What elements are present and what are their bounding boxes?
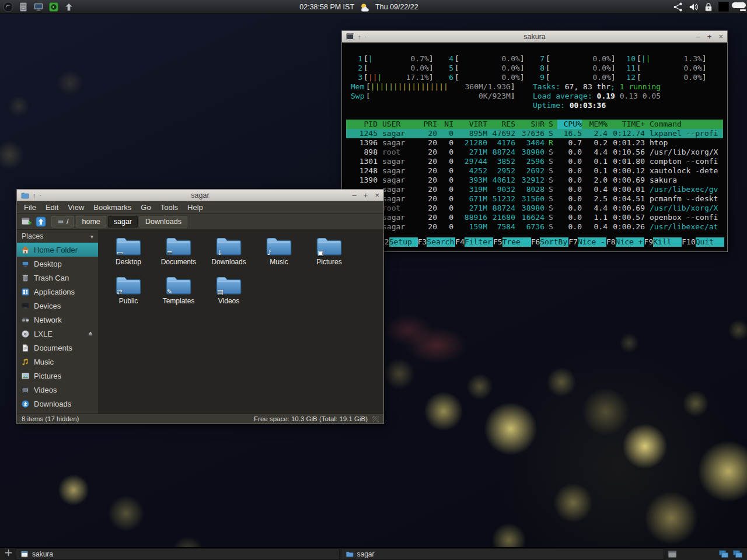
sidebar-item-documents[interactable]: Documents: [17, 341, 98, 355]
screens-icon[interactable]: [732, 549, 743, 559]
sidebar-item-downloads[interactable]: Downloads: [17, 397, 98, 411]
crumb-root[interactable]: /: [51, 216, 74, 228]
go-up-blue-icon[interactable]: [35, 216, 47, 228]
terminal-window[interactable]: ↑ · sakura – + × 1[|0.7%]4[0.0%]7[0.0%]1…: [341, 30, 728, 252]
process-row-898[interactable]: 898root200271M8872438980S0.04.40:10.56/u…: [346, 148, 723, 157]
screens-icon[interactable]: [718, 549, 729, 559]
weather-icon[interactable]: [359, 2, 371, 12]
column-header-virt[interactable]: VIRT: [453, 120, 487, 129]
eject-icon[interactable]: [87, 330, 94, 337]
folder-downloads[interactable]: ↓Downloads: [204, 235, 254, 274]
fkey-f3[interactable]: F3Search: [418, 237, 456, 247]
folder-music[interactable]: ♪Music: [254, 235, 304, 274]
close-button[interactable]: ×: [718, 33, 723, 40]
folder-documents[interactable]: ≡Documents: [153, 235, 204, 274]
desktop[interactable]: 02:38:58 PM IST Thu 09/22/22 ↑ · sakura …: [0, 0, 747, 560]
fkey-f8[interactable]: F8Nice +: [606, 237, 644, 247]
fkey-f10[interactable]: F10Quit: [682, 237, 724, 247]
resize-grip[interactable]: [372, 416, 379, 422]
new-tab-icon[interactable]: [20, 216, 32, 228]
process-row-1396[interactable]: 1396sagar2002128041763404R0.70.20:01.23h…: [346, 138, 723, 148]
window-menu-button[interactable]: ·: [40, 192, 42, 199]
crumb-home[interactable]: home: [76, 216, 106, 228]
file-cabinet-icon[interactable]: [18, 2, 29, 12]
process-row-1301[interactable]: 1301sagar2002974438522596S0.00.10:01.80c…: [346, 157, 723, 166]
column-header-command[interactable]: Command: [645, 120, 723, 129]
window-menu-button[interactable]: ·: [365, 33, 367, 40]
fkey-f2[interactable]: F2Setup: [380, 237, 418, 247]
up-arrow-icon[interactable]: [64, 2, 74, 12]
menu-file[interactable]: File: [19, 202, 41, 213]
process-row-1248[interactable]: 1248sagar200425229522692S0.00.10:00.12xa…: [346, 166, 723, 176]
sidebar-item-network[interactable]: Network: [17, 313, 98, 327]
folder-pictures[interactable]: ▣Pictures: [304, 235, 354, 274]
column-header-time[interactable]: TIME+: [608, 120, 645, 129]
task-button-sagar[interactable]: sagar: [341, 548, 665, 560]
menu-view[interactable]: View: [63, 202, 89, 213]
folder-templates[interactable]: ✎Templates: [153, 274, 204, 313]
folder-desktop[interactable]: ▭Desktop: [103, 235, 153, 274]
process-row-1390[interactable]: 1390sagar200393M4061232912S0.02.00:00.69…: [346, 176, 723, 185]
htop-terminal[interactable]: 1[|0.7%]4[0.0%]7[0.0%]10[||1.3%]2[0.0%]5…: [342, 43, 727, 251]
terminal-titlebar[interactable]: ↑ · sakura – + ×: [342, 31, 727, 43]
folder-videos[interactable]: ▤Videos: [204, 274, 254, 313]
close-button[interactable]: ×: [375, 191, 379, 199]
fkey-f6[interactable]: F6SortBy: [531, 237, 569, 247]
file-manager-window[interactable]: ↑ · sagar – + × FileEditViewBookmarksGoT…: [16, 189, 384, 424]
process-row[interactable]: sagar200671M5123231560S0.02.50:04.51pcma…: [346, 194, 723, 204]
sidebar-item-trash-can[interactable]: Trash Can: [17, 271, 98, 285]
network-share-icon[interactable]: [673, 2, 683, 12]
sidebar-item-videos[interactable]: Videos: [17, 383, 98, 397]
process-row[interactable]: root200271M8872438980S0.04.40:00.69/usr/…: [346, 204, 723, 213]
plus-icon[interactable]: [4, 548, 13, 557]
fkey-f5[interactable]: F5Tree: [493, 237, 531, 247]
process-row-1245[interactable]: 1245sagar200895M4769237636S16.52.40:12.7…: [346, 129, 723, 138]
process-row[interactable]: sagar200319M90328028S0.00.40:00.01/usr/l…: [346, 185, 723, 194]
column-header-user[interactable]: USER: [378, 120, 417, 129]
process-row[interactable]: sagar200159M75846736S0.00.40:00.26/usr/l…: [346, 222, 723, 232]
crumb-downloads[interactable]: Downloads: [139, 216, 187, 228]
menu-bookmarks[interactable]: Bookmarks: [89, 202, 136, 213]
display-icon[interactable]: [33, 2, 44, 12]
show-desktop-icon[interactable]: [734, 2, 744, 12]
minimize-button[interactable]: –: [696, 33, 700, 40]
column-header-res[interactable]: RES: [487, 120, 515, 129]
sidebar-item-home-folder[interactable]: Home Folder: [17, 243, 98, 257]
column-header-s[interactable]: S: [544, 120, 557, 129]
column-header-ni[interactable]: NI: [437, 120, 453, 129]
maximize-button[interactable]: +: [364, 191, 368, 199]
sidebar-item-pictures[interactable]: Pictures: [17, 369, 98, 383]
fkey-f4[interactable]: F4Filter: [455, 237, 493, 247]
crumb-sagar[interactable]: sagar: [108, 216, 138, 228]
fkey-f9[interactable]: F9Kill: [644, 237, 682, 247]
volume-icon[interactable]: [688, 2, 699, 12]
menu-go[interactable]: Go: [136, 202, 155, 213]
column-header-shr[interactable]: SHR: [515, 120, 544, 129]
minimize-button[interactable]: –: [352, 191, 357, 199]
terminal-green-icon[interactable]: [48, 2, 59, 12]
black-applet-icon[interactable]: [718, 2, 729, 12]
window-list-icon[interactable]: [667, 549, 678, 559]
places-selector[interactable]: Places ▾: [17, 230, 98, 243]
column-header-mem[interactable]: MEM%: [582, 120, 608, 129]
menu-tools[interactable]: Tools: [156, 202, 183, 213]
clock[interactable]: 02:38:58 PM IST: [299, 3, 354, 11]
sidebar-item-music[interactable]: Music: [17, 355, 98, 369]
menu-edit[interactable]: Edit: [41, 202, 63, 213]
folder-view[interactable]: ▭Desktop≡Documents↓Downloads♪Music▣Pictu…: [99, 230, 383, 414]
sidebar-item-desktop[interactable]: Desktop: [17, 257, 98, 271]
maximize-button[interactable]: +: [707, 33, 712, 40]
shade-button[interactable]: ↑: [33, 192, 36, 199]
sidebar-item-lxle[interactable]: LXLE: [17, 327, 98, 341]
process-row[interactable]: sagar200889162168016624S0.01.10:00.57ope…: [346, 213, 723, 222]
menu-help[interactable]: Help: [183, 202, 208, 213]
file-manager-titlebar[interactable]: ↑ · sagar – + ×: [17, 190, 383, 201]
date[interactable]: Thu 09/22/22: [375, 3, 418, 11]
fkey-f7[interactable]: F7Nice -: [568, 237, 606, 247]
shade-button[interactable]: ↑: [358, 33, 361, 40]
sidebar-item-devices[interactable]: Devices: [17, 299, 98, 313]
sidebar-item-applications[interactable]: Applications: [17, 285, 98, 299]
lock-icon[interactable]: [703, 2, 714, 12]
app-menu-icon[interactable]: [3, 2, 13, 12]
folder-public[interactable]: ⇄Public: [103, 274, 153, 313]
